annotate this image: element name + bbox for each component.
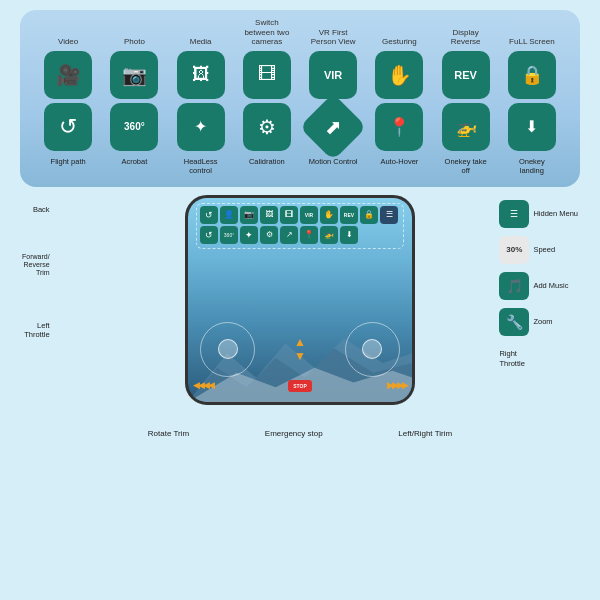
rotate-trim-label: Rotate Trim xyxy=(148,429,189,439)
zoom-item: 🔧 Zoom xyxy=(499,308,552,336)
add-music-item: 🎵 Add Music xyxy=(499,272,568,300)
mini-gesture-btn[interactable]: ✋ xyxy=(320,206,338,224)
phone-icons-row-1: ↺ 👤 📷 🖼 🎞 VIR ✋ REV 🔒 ☰ xyxy=(200,206,400,224)
label-gesturing: Gesturing xyxy=(373,37,425,47)
headless-label: HeadLess control xyxy=(175,157,227,175)
mini-pin-btn[interactable]: 📍 xyxy=(300,226,318,244)
mini-menu-btn[interactable]: ☰ xyxy=(380,206,398,224)
arrow-up-icon: ▲ xyxy=(294,335,306,349)
mini-gear-btn[interactable]: ⚙ xyxy=(260,226,278,244)
right-panel: ☰ Hidden Menu 30% Speed 🎵 Add Music 🔧 Zo… xyxy=(499,200,578,369)
onekey-landing-label: Onekey landing xyxy=(506,157,558,175)
speed-icon[interactable]: 30% xyxy=(499,236,529,264)
switch-cam-btn[interactable]: 🎞 xyxy=(243,51,291,99)
mini-switch-btn[interactable]: 🎞 xyxy=(280,206,298,224)
phone-icons-row-2: ↺ 360° ✦ ⚙ ↗ 📍 🚁 ⬇ xyxy=(200,226,400,244)
emergency-stop-label: Emergency stop xyxy=(265,429,323,439)
add-music-icon[interactable]: 🎵 xyxy=(499,272,529,300)
arrow-down-icon: ▼ xyxy=(294,349,306,363)
label-video: Video xyxy=(42,37,94,47)
left-right-trim-label: Left/Right Tirim xyxy=(398,429,452,439)
motion-label: Motion Control xyxy=(307,157,359,175)
left-labels: Back Forward/ Reverse Trim Left Throttle xyxy=(22,205,50,340)
auto-hover-btn[interactable]: 📍 xyxy=(375,103,423,151)
right-joystick[interactable] xyxy=(345,322,400,377)
label-media: Media xyxy=(175,37,227,47)
mini-lock-btn[interactable]: 🔒 xyxy=(360,206,378,224)
bottom-labels-row: Flight path Acrobat HeadLess control Cal… xyxy=(30,155,570,175)
left-horiz-arrow: ◀◀◀◀ xyxy=(193,380,213,392)
right-horiz-arrow: ▶▶▶▶ xyxy=(387,380,407,392)
mini-headless-btn[interactable]: ✦ xyxy=(240,226,258,244)
rev-btn[interactable]: REV xyxy=(442,51,490,99)
speed-item: 30% Speed xyxy=(499,236,555,264)
mini-drone-btn[interactable]: 🚁 xyxy=(320,226,338,244)
onekey-takeoff-btn[interactable]: 🚁 xyxy=(442,103,490,151)
main-container: Video Photo Media Switch between two cam… xyxy=(0,0,600,600)
hidden-menu-icon[interactable]: ☰ xyxy=(499,200,529,228)
photo-btn[interactable]: 📷 xyxy=(110,51,158,99)
left-joystick-center xyxy=(218,339,238,359)
stop-button[interactable]: STOP xyxy=(288,380,312,392)
phone-body: ↺ 👤 📷 🖼 🎞 VIR ✋ REV 🔒 ☰ ↺ xyxy=(185,195,415,405)
video-btn[interactable]: 🎥 xyxy=(44,51,92,99)
vertical-arrows: ▲ ▼ xyxy=(294,322,306,377)
left-throttle-label: Left Throttle xyxy=(22,321,50,341)
hidden-menu-item: ☰ Hidden Menu xyxy=(499,200,578,228)
onekey-landing-btn[interactable]: ⬇ xyxy=(508,103,556,151)
add-music-label: Add Music xyxy=(533,281,568,291)
vr-btn[interactable]: VIR xyxy=(309,51,357,99)
speed-label: Speed xyxy=(533,245,555,255)
mini-motion-btn[interactable]: ↗ xyxy=(280,226,298,244)
label-switch-cameras: Switch between two cameras xyxy=(241,18,293,47)
back-label: Back xyxy=(22,205,50,215)
icons-row-1: 🎥 📷 🖼 🎞 VIR ✋ REV 🔒 xyxy=(30,51,570,99)
gesture-btn[interactable]: ✋ xyxy=(375,51,423,99)
phone-mini-icons-bar: ↺ 👤 📷 🖼 🎞 VIR ✋ REV 🔒 ☰ ↺ xyxy=(196,203,404,249)
onekey-takeoff-label: Onekey take off xyxy=(440,157,492,175)
right-joystick-center xyxy=(362,339,382,359)
mini-media-btn[interactable]: 🖼 xyxy=(260,206,278,224)
label-display-reverse: Display Reverse xyxy=(440,28,492,47)
calibration-label: Calidration xyxy=(241,157,293,175)
top-labels-row: Video Photo Media Switch between two cam… xyxy=(30,18,570,47)
bottom-phone-labels: Rotate Trim Emergency stop Left/Right Ti… xyxy=(100,429,500,439)
forward-reverse-label: Forward/ Reverse Trim xyxy=(22,253,50,278)
label-vr-first: VR First Person View xyxy=(307,28,359,47)
left-joystick[interactable] xyxy=(200,322,255,377)
media-btn[interactable]: 🖼 xyxy=(177,51,225,99)
phone-screen: ↺ 👤 📷 🖼 🎞 VIR ✋ REV 🔒 ☰ ↺ xyxy=(188,198,412,402)
flight-path-btn[interactable]: ↺ xyxy=(44,103,92,151)
acrobat-label: Acrobat xyxy=(108,157,160,175)
hidden-menu-label: Hidden Menu xyxy=(533,209,578,219)
mini-back-btn[interactable]: ↺ xyxy=(200,206,218,224)
mini-rev-btn[interactable]: REV xyxy=(340,206,358,224)
horizontal-arrows-row: ◀◀◀◀ STOP ▶▶▶▶ xyxy=(188,380,412,392)
mini-360-btn[interactable]: 360° xyxy=(220,226,238,244)
label-photo: Photo xyxy=(108,37,160,47)
right-throttle-label: Right Throttle xyxy=(499,349,524,369)
lock-btn[interactable]: 🔒 xyxy=(508,51,556,99)
joystick-area: ▲ ▼ xyxy=(188,322,412,377)
flight-path-label: Flight path xyxy=(42,157,94,175)
headless-btn[interactable]: ✦ xyxy=(177,103,225,151)
mini-video-btn[interactable]: 👤 xyxy=(220,206,238,224)
phone-section: Back Forward/ Reverse Trim Left Throttle xyxy=(20,195,580,425)
acrobat-btn[interactable]: 360° xyxy=(110,103,158,151)
mini-photo-btn[interactable]: 📷 xyxy=(240,206,258,224)
auto-hover-label: Auto-Hover xyxy=(373,157,425,175)
label-full-screen: FuLL Screen xyxy=(506,37,558,47)
zoom-icon[interactable]: 🔧 xyxy=(499,308,529,336)
mini-flight-btn[interactable]: ↺ xyxy=(200,226,218,244)
mini-vir-btn[interactable]: VIR xyxy=(300,206,318,224)
calibration-btn[interactable]: ⚙ xyxy=(243,103,291,151)
motion-btn[interactable]: ➡ xyxy=(299,93,367,161)
top-panel: Video Photo Media Switch between two cam… xyxy=(20,10,580,187)
icons-row-2: ↺ 360° ✦ ⚙ ➡ 📍 🚁 ⬇ xyxy=(30,103,570,151)
mini-down-btn[interactable]: ⬇ xyxy=(340,226,358,244)
zoom-label: Zoom xyxy=(533,317,552,327)
